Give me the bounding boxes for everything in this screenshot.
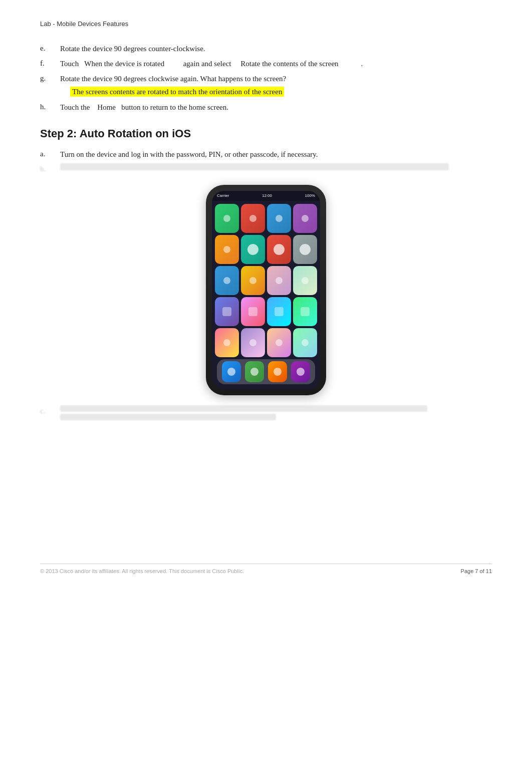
status-carrier: Carrier [217,193,229,198]
step2-item-c-section: c. [40,405,492,423]
ios-row-2 [215,235,317,264]
step2-list: a. Turn on the device and log in with th… [40,148,492,175]
page-header: Lab - Mobile Devices Features [40,20,492,28]
app-4 [293,204,317,233]
footer-page: Page 7 of 11 [461,568,492,574]
dock-icon-2 [245,361,264,382]
step2-item-b: b. [40,163,492,175]
app-9 [215,266,239,295]
phone-mockup: Carrier 12:00 100% [206,185,326,395]
f-again-select: again and select [183,60,231,68]
page-footer: © 2013 Cisco and/or its affiliates. All … [40,564,492,574]
list-item-g: g. Rotate the device 90 degrees clockwis… [40,73,492,85]
phone-screen: Carrier 12:00 100% [212,191,320,389]
f-period: . [361,60,363,68]
step2-heading-text: Step 2: Auto Rotation on iOS [40,127,191,140]
h-home: Home [97,103,116,111]
app-3 [267,204,291,233]
main-list: e. Rotate the device 90 degrees counter-… [40,43,492,113]
app-2 [241,204,265,233]
footer-copyright: © 2013 Cisco and/or its affiliates. All … [40,568,244,574]
ios-dock [217,359,315,384]
ios-row-1 [215,204,317,233]
dock-icon-3 [268,361,287,382]
ios-row-3 [215,266,317,295]
app-15 [267,297,291,326]
step2-item-a: a. Turn on the device and log in with th… [40,148,492,160]
label-h: h. [40,101,60,113]
app-8 [293,235,317,264]
content-f: Touch When the device is rotated again a… [60,58,492,70]
highlighted-answer: The screens contents are rotated to matc… [70,87,284,97]
h-touch-the: Touch the [60,103,90,111]
app-20 [293,328,317,357]
header-title: Lab - Mobile Devices Features [40,20,128,28]
app-5 [215,235,239,264]
ios-home-grid [212,201,320,389]
step2-content-c [60,405,492,423]
step2-label-b: b. [40,163,60,175]
list-item-f: f. Touch When the device is rotated agai… [40,58,492,70]
f-touch: Touch [60,60,79,68]
app-16 [293,297,317,326]
app-13 [215,297,239,326]
app-10 [241,266,265,295]
app-12 [293,266,317,295]
ios-row-4 [215,297,317,326]
app-17 [215,328,239,357]
g-text: Rotate the device 90 degrees clockwise a… [60,75,286,83]
step2-label-a: a. [40,148,60,160]
step2-content-b [60,163,492,175]
label-e: e. [40,43,60,55]
step2-item-c: c. [40,405,492,423]
content-h: Touch the Home button to return to the h… [60,101,492,113]
dock-icon-1 [222,361,241,382]
label-f: f. [40,58,60,70]
step2-heading: Step 2: Auto Rotation on iOS [40,127,492,140]
answer-g: The screens contents are rotated to matc… [70,88,492,96]
status-battery: 100% [305,193,315,198]
h-rest: button to return to the home screen. [121,103,228,111]
app-1 [215,204,239,233]
status-time: 12:00 [262,193,272,198]
phone-image-container: Carrier 12:00 100% [40,185,492,395]
ios-row-5 [215,328,317,357]
list-item-h: h. Touch the Home button to return to th… [40,101,492,113]
phone-status-bar: Carrier 12:00 100% [212,191,320,201]
step2-content-a: Turn on the device and log in with the p… [60,148,492,160]
app-11 [267,266,291,295]
step2-label-c: c. [40,405,60,423]
dock-icon-4 [291,361,310,382]
app-18 [241,328,265,357]
app-14 [241,297,265,326]
page-footer-area: © 2013 Cisco and/or its affiliates. All … [40,564,492,574]
content-e: Rotate the device 90 degrees counter-clo… [60,43,492,55]
app-19 [267,328,291,357]
f-rotate-contents: Rotate the contents of the screen [240,60,338,68]
list-item-e: e. Rotate the device 90 degrees counter-… [40,43,492,55]
app-6 [241,235,265,264]
content-g: Rotate the device 90 degrees clockwise a… [60,73,492,85]
f-when-rotated: When the device is rotated [84,60,164,68]
app-7 [267,235,291,264]
label-g: g. [40,73,60,85]
